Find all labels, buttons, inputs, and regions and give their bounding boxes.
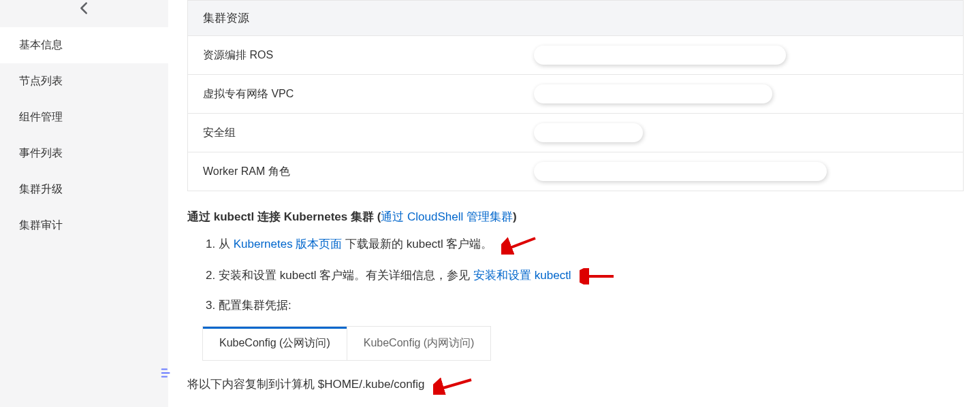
- resource-label: 资源编排 ROS: [188, 36, 513, 75]
- main-content: 集群资源 资源编排 ROS 虚拟专有网络 VPC 安全组 Worker RAM …: [168, 0, 980, 407]
- kubectl-steps: 从 Kubernetes 版本页面 下载最新的 kubectl 客户端。 安装和…: [187, 235, 964, 314]
- sidebar-item-node-list[interactable]: 节点列表: [0, 63, 168, 99]
- sidebar-item-label: 基本信息: [19, 39, 63, 50]
- redacted-value: [534, 123, 643, 142]
- step-item: 配置集群凭据:: [219, 297, 964, 314]
- sidebar: 基本信息 节点列表 组件管理 事件列表 集群升级 集群审计: [0, 0, 168, 407]
- svg-line-3: [507, 238, 535, 249]
- sidebar-collapse-button[interactable]: [157, 363, 176, 382]
- tab-kubeconfig-private[interactable]: KubeConfig (内网访问): [347, 327, 491, 360]
- step-item: 安装和设置 kubectl 客户端。有关详细信息，参见 安装和设置 kubect…: [219, 267, 964, 284]
- sidebar-item-cluster-upgrade[interactable]: 集群升级: [0, 172, 168, 208]
- sidebar-item-label: 集群升级: [19, 183, 63, 195]
- chevron-left-icon: [77, 1, 92, 16]
- svg-line-5: [439, 380, 471, 389]
- kubernetes-version-link[interactable]: Kubernetes 版本页面: [234, 238, 343, 250]
- resource-label: 虚拟专有网络 VPC: [188, 75, 513, 114]
- sidebar-item-label: 事件列表: [19, 147, 63, 159]
- redacted-value: [534, 46, 786, 65]
- sidebar-item-label: 集群审计: [19, 219, 63, 231]
- redacted-value: [534, 162, 827, 181]
- sidebar-item-cluster-audit[interactable]: 集群审计: [0, 208, 168, 244]
- resource-value: [513, 152, 964, 191]
- step-item: 从 Kubernetes 版本页面 下载最新的 kubectl 客户端。: [219, 235, 964, 255]
- resource-value: [513, 114, 964, 152]
- annotation-arrow-icon: [501, 235, 538, 255]
- sidebar-item-event-list[interactable]: 事件列表: [0, 135, 168, 172]
- kubectl-section-title: 通过 kubectl 连接 Kubernetes 集群 (通过 CloudShe…: [187, 209, 964, 225]
- install-kubectl-link[interactable]: 安装和设置 kubectl: [473, 269, 571, 282]
- sidebar-item-label: 节点列表: [19, 75, 63, 86]
- redacted-value: [534, 84, 772, 103]
- table-row: 安全组: [188, 114, 964, 152]
- collapse-icon: [159, 365, 174, 380]
- annotation-arrow-icon: [580, 268, 616, 284]
- cluster-resources-table: 集群资源 资源编排 ROS 虚拟专有网络 VPC 安全组 Worker RAM …: [187, 0, 964, 191]
- table-row: Worker RAM 角色: [188, 152, 964, 191]
- resource-label: 安全组: [188, 114, 513, 152]
- resources-header: 集群资源: [188, 1, 964, 36]
- cloudshell-link[interactable]: 通过 CloudShell 管理集群: [381, 210, 513, 223]
- sidebar-item-basic-info[interactable]: 基本信息: [0, 27, 168, 63]
- annotation-arrow-icon: [433, 376, 474, 395]
- sidebar-item-component-mgmt[interactable]: 组件管理: [0, 99, 168, 135]
- resource-value: [513, 36, 964, 75]
- tab-kubeconfig-public[interactable]: KubeConfig (公网访问): [203, 327, 347, 360]
- table-row: 虚拟专有网络 VPC: [188, 75, 964, 114]
- resource-label: Worker RAM 角色: [188, 152, 513, 191]
- app-layout: 基本信息 节点列表 组件管理 事件列表 集群升级 集群审计 集群资源 资源编排 …: [0, 0, 980, 407]
- sidebar-item-label: 组件管理: [19, 111, 63, 123]
- table-row: 资源编排 ROS: [188, 36, 964, 75]
- copy-instruction: 将以下内容复制到计算机 $HOME/.kube/config: [187, 376, 964, 395]
- resource-value: [513, 75, 964, 114]
- back-button[interactable]: [0, 0, 168, 27]
- kubeconfig-tabs: KubeConfig (公网访问) KubeConfig (内网访问): [202, 326, 491, 361]
